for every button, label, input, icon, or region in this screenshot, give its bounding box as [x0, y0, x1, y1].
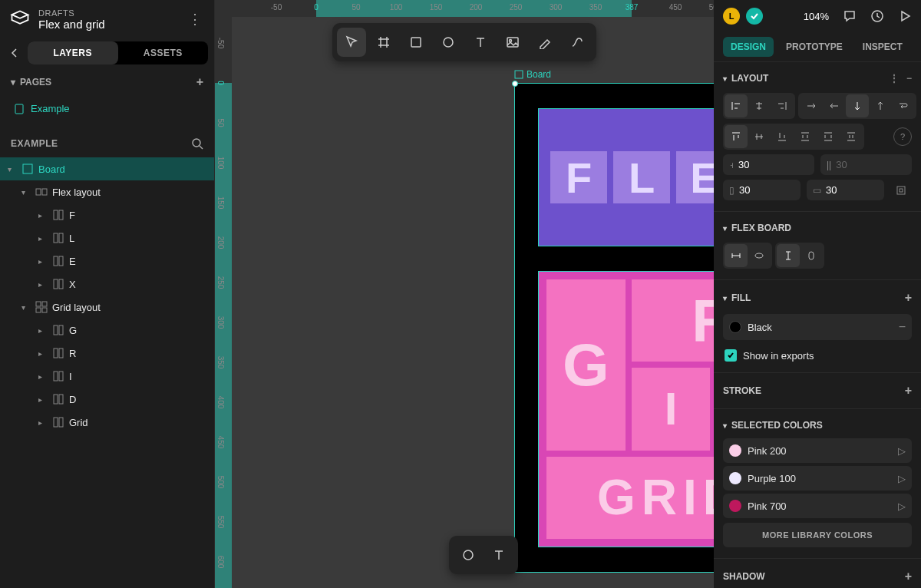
width-fixed-icon[interactable] [725, 244, 748, 267]
rectangle-tool[interactable] [401, 28, 431, 57]
image-tool[interactable] [498, 28, 527, 57]
tab-prototype[interactable]: PROTOTYPE [778, 37, 850, 57]
sync-status-icon[interactable] [746, 8, 763, 25]
color-item[interactable]: Purple 100▷ [723, 466, 912, 491]
tab-design[interactable]: DESIGN [723, 37, 774, 57]
layer-l[interactable]: ▸L [0, 226, 214, 249]
col-gap-input[interactable]: ||30 [820, 154, 912, 175]
file-menu-icon[interactable]: ⋮ [185, 8, 205, 31]
ellipse-tool[interactable] [434, 28, 463, 57]
align-center-v-icon[interactable] [748, 125, 771, 148]
add-stroke-icon[interactable]: + [905, 384, 912, 398]
align-center-h-icon[interactable] [748, 94, 771, 117]
tab-inspect[interactable]: INSPECT [855, 37, 910, 57]
more-library-colors-button[interactable]: MORE LIBRARY COLORS [723, 523, 912, 547]
dir-down-icon[interactable] [846, 94, 869, 117]
flex-cell-e[interactable]: E [676, 151, 714, 203]
add-shadow-icon[interactable]: + [905, 570, 912, 583]
chevron-right-icon[interactable]: ▸ [38, 395, 48, 404]
chevron-right-icon[interactable]: ▸ [38, 326, 48, 335]
layer-f[interactable]: ▸F [0, 203, 214, 226]
layer-grid-layout[interactable]: ▾ Grid layout [0, 296, 214, 319]
user-avatar[interactable]: L [723, 8, 740, 25]
path-tool[interactable] [563, 28, 592, 57]
chevron-down-icon[interactable]: ▾ [723, 294, 727, 302]
select-color-icon[interactable]: ▷ [898, 473, 906, 484]
padding-v-input[interactable]: ▯30 [723, 180, 801, 200]
layer-board[interactable]: ▾ Board [0, 157, 214, 180]
flex-cell-f[interactable]: F [550, 151, 607, 203]
history-icon[interactable] [870, 9, 884, 23]
layer-e[interactable]: ▸E [0, 249, 214, 273]
chevron-down-icon[interactable]: ▾ [723, 421, 727, 430]
dir-wrap-icon[interactable] [892, 94, 915, 117]
grid-layout-box[interactable]: G R I D GRID [538, 271, 714, 547]
tab-layers[interactable]: LAYERS [28, 41, 118, 64]
collapse-icon[interactable]: − [906, 73, 912, 84]
remove-fill-icon[interactable]: − [899, 320, 906, 334]
dir-right-icon[interactable] [800, 94, 823, 117]
flex-cell-l[interactable]: L [613, 151, 670, 203]
layer-gridword[interactable]: ▸Grid [0, 411, 214, 434]
chevron-right-icon[interactable]: ▸ [38, 280, 48, 289]
add-fill-icon[interactable]: + [905, 291, 912, 305]
dir-left-icon[interactable] [823, 94, 846, 117]
shape-tool[interactable] [455, 542, 481, 568]
chevron-right-icon[interactable]: ▸ [38, 234, 48, 243]
frame-tool[interactable] [369, 28, 398, 57]
page-item-example[interactable]: Example [0, 97, 214, 121]
row-gap-input[interactable]: ⫞30 [723, 154, 814, 175]
chevron-right-icon[interactable]: ▸ [38, 257, 48, 266]
padding-h-input[interactable]: ▭30 [807, 180, 884, 200]
grid-cell-g[interactable]: G [546, 279, 626, 451]
chevron-right-icon[interactable]: ▸ [38, 349, 48, 358]
layer-flex-layout[interactable]: ▾ Flex layout [0, 180, 214, 203]
justify-between-icon[interactable] [817, 125, 840, 148]
align-left-icon[interactable] [725, 94, 748, 117]
chevron-right-icon[interactable]: ▸ [38, 211, 48, 220]
chevron-down-icon[interactable]: ▾ [11, 77, 15, 88]
grid-cell-i[interactable]: I [632, 368, 711, 450]
color-item[interactable]: Pink 700▷ [723, 494, 912, 518]
move-tool[interactable] [337, 28, 366, 57]
justify-around-icon[interactable] [840, 125, 863, 148]
show-exports-checkbox[interactable] [725, 349, 737, 362]
padding-expand-icon[interactable] [890, 180, 912, 200]
board-canvas[interactable]: F L E X G R I D GRID [514, 83, 714, 573]
align-top-icon[interactable] [725, 125, 748, 148]
more-icon[interactable]: ⋮ [890, 73, 899, 84]
text-tool[interactable] [466, 28, 495, 57]
layer-i[interactable]: ▸I [0, 365, 214, 388]
comment-icon[interactable] [843, 9, 857, 23]
tab-assets[interactable]: ASSETS [118, 41, 209, 64]
add-page-icon[interactable]: + [196, 75, 203, 89]
layer-r[interactable]: ▸R [0, 342, 214, 365]
color-swatch[interactable] [729, 321, 741, 333]
select-color-icon[interactable]: ▷ [898, 445, 906, 457]
layer-g[interactable]: ▸G [0, 319, 214, 342]
chevron-down-icon[interactable]: ▾ [723, 74, 727, 83]
help-icon[interactable]: ? [893, 127, 912, 146]
app-logo[interactable] [9, 8, 31, 30]
chevron-down-icon[interactable]: ▾ [8, 165, 17, 173]
text-tool[interactable] [486, 542, 512, 568]
fill-color[interactable]: Black − [723, 314, 912, 340]
search-icon[interactable] [191, 137, 203, 150]
dir-up-icon[interactable] [869, 94, 892, 117]
zoom-level[interactable]: 104% [804, 11, 829, 22]
pen-tool[interactable] [530, 28, 560, 57]
align-right-icon[interactable] [771, 94, 794, 117]
chevron-down-icon[interactable]: ▾ [723, 224, 727, 233]
grid-cell-r[interactable]: R [632, 279, 714, 362]
play-icon[interactable] [898, 9, 912, 23]
width-hug-icon[interactable] [748, 244, 771, 267]
chevron-down-icon[interactable]: ▾ [21, 188, 31, 197]
selection-handle[interactable] [512, 81, 518, 87]
layer-x[interactable]: ▸X [0, 273, 214, 296]
chevron-down-icon[interactable]: ▾ [21, 303, 31, 312]
back-icon[interactable] [6, 41, 23, 64]
height-fixed-icon[interactable] [777, 244, 800, 267]
chevron-right-icon[interactable]: ▸ [38, 418, 48, 427]
board-name-label[interactable]: Board [514, 69, 551, 80]
height-hug-icon[interactable] [800, 244, 823, 267]
